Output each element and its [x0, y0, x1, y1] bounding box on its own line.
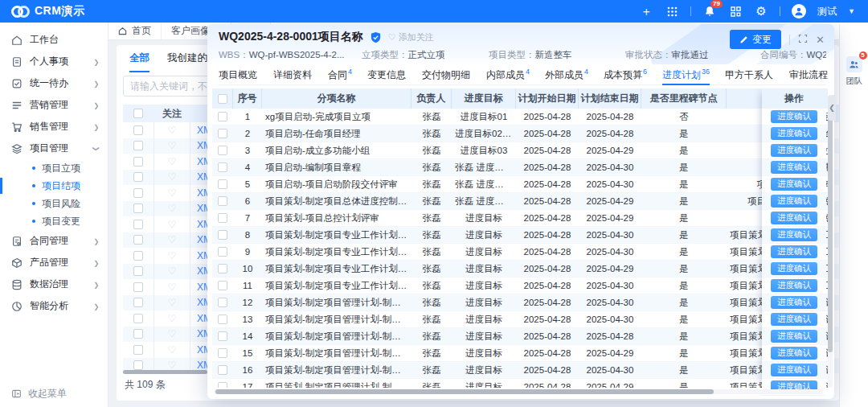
progress-confirm-button[interactable]: 进度确认 [771, 127, 817, 140]
select-all-checkbox[interactable] [133, 109, 143, 118]
table-row[interactable]: 4 项目启动-编制项目章程 张磊 张磊 进度目标04 2025-04-28 20… [212, 159, 828, 176]
sidebar-item-workbench[interactable]: 工作台 [0, 29, 108, 51]
detail-tab[interactable]: 审批流程 [789, 66, 829, 84]
filter-tab-created[interactable]: 我创建的 [167, 51, 207, 72]
row-checkbox[interactable] [133, 298, 143, 307]
table-row[interactable]: 17 项目策划-制定项目管理计划-制定项目采购管理计划 张磊 进度目标 2025… [212, 379, 828, 388]
progress-confirm-button[interactable]: 进度确认 [771, 347, 817, 360]
row-checkbox[interactable] [218, 247, 227, 257]
favorite-heart-icon[interactable]: ♡ [154, 170, 190, 186]
table-row[interactable]: 15 项目策划-制定项目管理计划-制定项目人力资源管... 张磊 进度目标 20… [212, 345, 828, 362]
table-row[interactable]: 6 项目策划-制定项目总体进度控制计划 张磊 张磊 进度目标06 2025-04… [212, 193, 828, 210]
row-checkbox[interactable] [133, 188, 143, 198]
row-checkbox[interactable] [218, 129, 227, 138]
horizontal-scroll-thumb[interactable] [215, 389, 714, 394]
favorite-heart-icon[interactable]: ♡ [154, 310, 190, 327]
progress-confirm-button[interactable]: 进度确认 [771, 262, 817, 275]
row-checkbox[interactable] [133, 220, 143, 229]
filter-tab-all[interactable]: 全部 [129, 51, 149, 72]
progress-confirm-button[interactable]: 进度确认 [771, 144, 817, 157]
detail-tab[interactable]: 进度计划36 [662, 66, 710, 84]
progress-confirm-button[interactable]: 进度确认 [771, 245, 817, 258]
vertical-scroll-thumb[interactable] [828, 111, 833, 352]
favorite-heart-icon[interactable]: ♡ [154, 327, 190, 343]
sidebar-item-analytics[interactable]: 智能分析 ❯ [0, 295, 108, 317]
progress-confirm-button[interactable]: 进度确认 [771, 110, 817, 123]
table-row[interactable]: 1 xg项目启动-完成项目立项 张磊 进度目标01 2025-04-28 202… [212, 109, 828, 125]
row-checkbox[interactable] [133, 329, 143, 339]
progress-confirm-button[interactable]: 进度确认 [771, 212, 817, 224]
detail-tab[interactable]: 成本预算6 [604, 66, 647, 84]
sidebar-item-todo[interactable]: 统一待办 ❯ [0, 72, 108, 94]
change-button[interactable]: 变更 [730, 30, 781, 49]
table-row[interactable]: 8 项目策划-制定项目专业工作计划-制定设计输出计划 张磊 进度目标 2025-… [212, 227, 828, 244]
row-checkbox[interactable] [133, 172, 143, 182]
detail-tab[interactable]: 项目概览 [219, 66, 258, 84]
table-vertical-scrollbar[interactable] [828, 109, 833, 388]
favorite-heart-icon[interactable]: ♡ [154, 185, 190, 201]
detail-tab[interactable]: 详细资料 [273, 66, 313, 84]
favorite-heart-icon[interactable]: ♡ [154, 138, 190, 154]
table-row[interactable]: 12 项目策划-制定项目管理计划-制定项目成本管理计划 张磊 进度目标 2025… [212, 294, 828, 311]
progress-confirm-button[interactable]: 进度确认 [771, 195, 817, 208]
detail-tab[interactable]: 甲方干系人 [725, 66, 774, 84]
row-checkbox[interactable] [218, 331, 227, 341]
favorite-heart-icon[interactable]: ♡ [154, 201, 190, 217]
row-checkbox[interactable] [133, 345, 143, 355]
row-checkbox[interactable] [133, 314, 143, 323]
apps-icon[interactable] [728, 4, 743, 18]
table-row[interactable]: 5 项目启动-项目启动阶段交付评审 张磊 张磊 进度目标05 2025-04-2… [212, 176, 828, 193]
favorite-heart-icon[interactable]: ♡ [154, 154, 190, 170]
row-checkbox[interactable] [133, 141, 143, 150]
user-avatar[interactable] [792, 4, 806, 18]
row-checkbox[interactable] [218, 314, 227, 324]
collapse-menu-button[interactable]: 收起菜单 [0, 387, 108, 401]
favorite-heart-icon[interactable]: ♡ [154, 232, 190, 249]
detail-tab[interactable]: 外部成员4 [545, 66, 588, 84]
notification-bell-icon[interactable]: 79 [702, 4, 717, 18]
row-checkbox[interactable] [218, 179, 227, 189]
row-checkbox[interactable] [133, 282, 143, 292]
user-name[interactable]: 测试 [817, 5, 837, 18]
progress-confirm-button[interactable]: 进度确认 [771, 178, 817, 191]
table-row[interactable]: 13 项目策划-制定项目管理计划-制定项目质量管理计划 张磊 进度目标 2025… [212, 311, 828, 328]
row-checkbox[interactable] [133, 125, 143, 135]
progress-confirm-button[interactable]: 进度确认 [771, 330, 817, 343]
table-row[interactable]: 14 项目策划-制定项目管理计划-制定项目风险管理计划 张磊 进度目标 2025… [212, 328, 828, 345]
grid-menu-icon[interactable] [665, 4, 679, 18]
detail-tab[interactable]: 变更信息 [367, 66, 407, 84]
row-checkbox[interactable] [218, 213, 227, 223]
row-checkbox[interactable] [218, 365, 227, 375]
favorite-heart-icon[interactable]: ♡ [154, 216, 190, 232]
select-all-checkbox[interactable] [218, 94, 227, 104]
favorite-heart-icon[interactable]: ♡ [154, 342, 190, 358]
table-horizontal-scrollbar[interactable] [214, 389, 823, 394]
row-checkbox[interactable] [218, 112, 227, 121]
row-checkbox[interactable] [218, 298, 227, 307]
sidebar-subitem[interactable]: 项目变更 [0, 212, 108, 230]
row-checkbox[interactable] [218, 348, 227, 358]
row-checkbox[interactable] [218, 162, 227, 172]
sidebar-subitem[interactable]: 项目结项 [0, 177, 108, 195]
row-checkbox[interactable] [133, 204, 143, 213]
row-checkbox[interactable] [133, 235, 143, 245]
row-checkbox[interactable] [218, 264, 227, 273]
row-checkbox[interactable] [218, 196, 227, 206]
row-checkbox[interactable] [218, 146, 227, 155]
table-row[interactable]: 11 项目策划-制定项目专业工作计划-制定产品生产计划 张磊 进度目标 2025… [212, 278, 828, 294]
sidebar-item-data[interactable]: 数据治理 ❯ [0, 273, 108, 295]
progress-confirm-button[interactable]: 进度确认 [771, 296, 817, 309]
sidebar-item-personal[interactable]: 个人事项 ❯ [0, 51, 108, 72]
detail-tab[interactable]: 交付物明细 [422, 66, 471, 84]
progress-confirm-button[interactable]: 进度确认 [771, 313, 817, 326]
sidebar-subitem[interactable]: 项目风险 [0, 195, 108, 212]
favorite-heart-icon[interactable]: ♡ [154, 295, 190, 311]
row-checkbox[interactable] [218, 230, 227, 240]
favorite-heart-icon[interactable]: ♡ [154, 264, 190, 280]
add-icon[interactable]: ＋ [639, 4, 653, 18]
row-checkbox[interactable] [218, 281, 227, 290]
row-checkbox[interactable] [133, 360, 143, 370]
table-row[interactable]: 3 项目启动-成立多功能小组 张磊 进度目标03 2025-04-28 2025… [212, 142, 828, 159]
row-checkbox[interactable] [133, 157, 143, 166]
table-row[interactable]: 2 项目启动-任命项目经理 张磊 进度目标02进度目标... 2025-04-2… [212, 125, 828, 142]
